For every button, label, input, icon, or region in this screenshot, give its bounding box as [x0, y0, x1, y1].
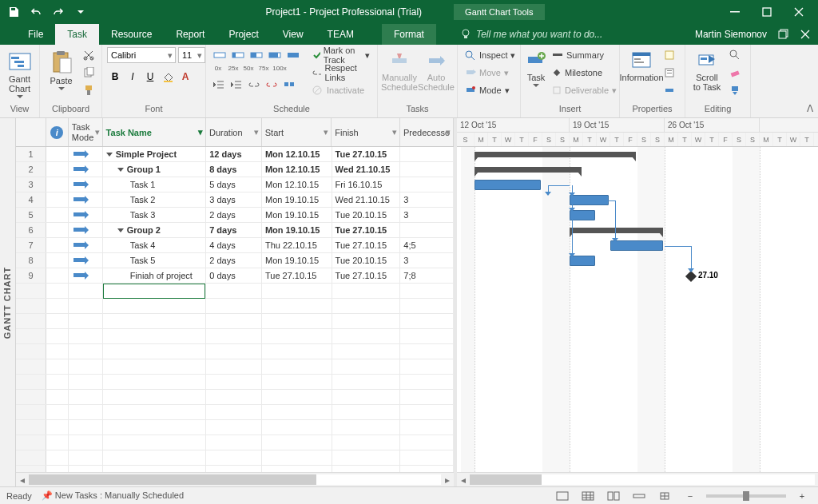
tell-me-search[interactable]: Tell me what you want to do... — [436, 24, 695, 45]
pct50-button[interactable] — [248, 47, 265, 63]
bold-button[interactable]: B — [107, 69, 123, 85]
save-icon[interactable] — [3, 2, 24, 22]
header-predecessors[interactable]: Predecesso▾ — [400, 118, 454, 146]
header-task-name[interactable]: Task Name▾ — [103, 118, 206, 146]
task-bar[interactable] — [475, 180, 541, 190]
milestone-diamond[interactable] — [685, 271, 697, 282]
clear-button[interactable] — [727, 65, 743, 81]
tab-task[interactable]: Task — [55, 24, 99, 45]
paste-button[interactable]: Paste — [45, 47, 77, 91]
scroll-right-icon[interactable]: ▸ — [441, 473, 454, 487]
zoom-slider[interactable] — [706, 494, 786, 498]
table-row[interactable] — [16, 450, 454, 466]
table-row[interactable] — [16, 359, 454, 375]
table-row[interactable] — [16, 420, 454, 435]
header-duration[interactable]: Duration▾ — [206, 118, 262, 146]
table-row[interactable] — [16, 375, 454, 390]
scroll-thumb[interactable] — [470, 474, 542, 485]
fill-color-button[interactable] — [160, 69, 176, 85]
tab-team[interactable]: TEAM — [316, 24, 366, 45]
italic-button[interactable]: I — [125, 69, 141, 85]
information-button[interactable]: Information — [625, 47, 658, 82]
unlink-button[interactable] — [264, 77, 280, 93]
collapse-ribbon-icon[interactable]: ᐱ — [807, 103, 813, 114]
inspect-button[interactable]: Inspect ▾ — [463, 47, 518, 63]
table-row[interactable] — [16, 435, 454, 450]
add-to-timeline-button[interactable] — [661, 82, 677, 98]
table-row[interactable] — [16, 344, 454, 359]
header-finish[interactable]: Finish▾ — [332, 118, 400, 146]
undo-icon[interactable] — [26, 2, 46, 22]
copy-button[interactable] — [81, 65, 97, 81]
grid-body[interactable]: 1Simple Project12 daysMon 12.10.15Tue 27… — [16, 147, 454, 472]
details-button[interactable] — [661, 65, 677, 81]
indent-button[interactable] — [228, 77, 244, 93]
header-info[interactable]: i — [46, 118, 69, 146]
summary-bar[interactable] — [475, 167, 582, 173]
tab-report[interactable]: Report — [164, 24, 216, 45]
table-row[interactable]: 9Finiah of project0 daysTue 27.10.15Tue … — [16, 268, 454, 284]
shortcut-icon[interactable] — [655, 489, 674, 503]
table-row[interactable]: 8Task 52 daysMon 19.10.15Tue 20.10.153 — [16, 253, 454, 268]
header-start[interactable]: Start▾ — [262, 118, 332, 146]
table-row[interactable] — [16, 466, 454, 472]
table-row[interactable] — [16, 390, 454, 405]
table-row[interactable]: 5Task 32 daysMon 19.10.15Tue 20.10.153 — [16, 208, 454, 223]
table-row[interactable] — [16, 299, 454, 314]
font-size-combo[interactable]: ▾ — [178, 47, 205, 63]
zoom-out-button[interactable]: − — [681, 489, 700, 503]
table-row[interactable] — [16, 314, 454, 329]
table-row[interactable]: 4Task 23 daysMon 19.10.15Wed 21.10.153 — [16, 192, 454, 208]
header-mode[interactable]: Task Mode▾ — [69, 118, 103, 146]
underline-button[interactable]: U — [142, 69, 158, 85]
table-row[interactable]: 6Group 27 daysMon 19.10.15Tue 27.10.15 — [16, 223, 454, 238]
tab-resource[interactable]: Resource — [99, 24, 164, 45]
table-row[interactable] — [16, 284, 454, 299]
table-row[interactable] — [16, 405, 454, 420]
view-normal-icon[interactable] — [553, 489, 572, 503]
timescale[interactable]: 12 Oct '1519 Oct '1526 Oct '15 SMTWTFSSM… — [457, 118, 818, 147]
table-row[interactable]: 2Group 18 daysMon 12.10.15Wed 21.10.15 — [16, 162, 454, 177]
font-family-combo[interactable]: ▾ — [107, 47, 176, 63]
qat-customize-icon[interactable] — [70, 2, 91, 22]
mark-on-track-button[interactable]: Mark on Track ▾ — [310, 47, 372, 63]
task-insert-button[interactable]: Task — [526, 47, 546, 88]
zoom-in-button[interactable]: + — [792, 489, 812, 503]
view-timeline-icon[interactable] — [629, 489, 649, 503]
scroll-thumb[interactable] — [29, 474, 316, 485]
grid-h-scrollbar[interactable]: ◂ ▸ — [16, 472, 454, 486]
redo-icon[interactable] — [48, 2, 69, 22]
scroll-right-icon[interactable]: ▸ — [815, 473, 818, 487]
summary-button[interactable]: Summary — [550, 47, 619, 63]
table-row[interactable]: 3Task 15 daysMon 12.10.15Fri 16.10.15 — [16, 177, 454, 192]
tab-view[interactable]: View — [271, 24, 316, 45]
summary-bar[interactable] — [570, 228, 663, 233]
scroll-left-icon[interactable]: ◂ — [457, 473, 470, 487]
format-painter-button[interactable] — [81, 82, 97, 98]
gantt-h-scrollbar[interactable]: ◂ ▸ — [457, 472, 818, 486]
table-row[interactable]: 7Task 44 daysThu 22.10.15Tue 27.10.154;5 — [16, 238, 454, 253]
tab-format[interactable]: Format — [382, 24, 436, 45]
split-button[interactable] — [281, 77, 297, 93]
close-icon[interactable] — [783, 3, 815, 21]
cut-button[interactable] — [81, 47, 97, 63]
minimize-icon[interactable] — [719, 3, 751, 21]
pct75-button[interactable] — [266, 47, 284, 63]
tab-file[interactable]: File — [16, 24, 55, 45]
pct100-button[interactable] — [284, 47, 302, 63]
mode-button[interactable]: Mode ▾ — [463, 82, 518, 98]
header-rownum[interactable] — [16, 118, 46, 146]
respect-links-button[interactable]: Respect Links — [310, 65, 372, 81]
zoom-thumb[interactable] — [743, 491, 749, 501]
summary-bar[interactable] — [475, 152, 636, 157]
table-row[interactable] — [16, 329, 454, 344]
gantt-body[interactable]: 27.10 — [457, 147, 818, 472]
table-row[interactable]: 1Simple Project12 daysMon 12.10.15Tue 27… — [16, 147, 454, 162]
milestone-button[interactable]: Milestone — [550, 65, 619, 81]
scroll-to-task-button[interactable]: Scroll to Task — [690, 47, 724, 92]
view-board-icon[interactable] — [604, 489, 623, 503]
pct0-button[interactable] — [211, 47, 228, 63]
status-new-tasks[interactable]: 📌 New Tasks : Manually Scheduled — [42, 490, 184, 501]
outdent-button[interactable] — [211, 77, 227, 93]
view-grid-icon[interactable] — [578, 489, 598, 503]
